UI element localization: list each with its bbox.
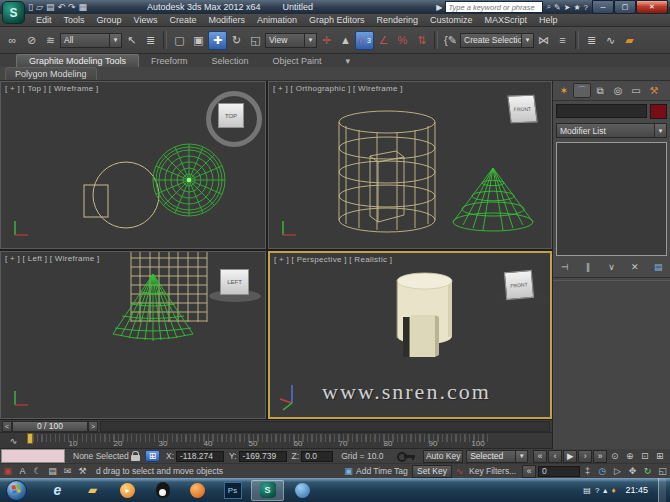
ribbon-minimize-icon[interactable]: ▾ [333, 55, 362, 67]
menu-edit[interactable]: Edit [30, 15, 58, 25]
workspace-icon[interactable]: ▦ [78, 1, 87, 13]
y-coordinate-field[interactable]: -169.739 [239, 451, 287, 462]
tray-expand-icon[interactable]: ▴ [603, 486, 607, 495]
viewport-perspective-label[interactable]: [ + ] [ Perspective ] [ Realistic ] [274, 255, 392, 264]
taskbar-ie-icon[interactable]: e [41, 480, 74, 501]
next-frame-arrow[interactable]: > [88, 421, 98, 432]
taskbar-explorer-icon[interactable]: ▰ [76, 480, 109, 501]
select-object-icon[interactable]: ↖ [122, 31, 141, 50]
menu-help[interactable]: Help [533, 15, 564, 25]
window-crossing-icon[interactable]: ▣ [189, 31, 208, 50]
curve-editor-icon[interactable]: ∿ [601, 31, 620, 50]
taskbar-media-player-icon[interactable]: ▸ [111, 480, 144, 501]
tray-keyboard-icon[interactable]: ▤ [583, 486, 591, 495]
menu-maxscript[interactable]: MAXScript [479, 15, 534, 25]
select-and-move-icon[interactable]: ✚ [208, 31, 227, 50]
display-tab-icon[interactable]: ▭ [627, 83, 645, 98]
application-menu-button[interactable]: S [2, 1, 25, 24]
align-icon[interactable]: ≡ [553, 31, 572, 50]
motion-tab-icon[interactable]: ◎ [609, 83, 627, 98]
pin-stack-icon[interactable]: ⊣ [557, 260, 573, 274]
object-color-swatch[interactable] [650, 104, 667, 119]
select-and-scale-icon[interactable]: ◱ [246, 31, 265, 50]
configure-modifier-sets-icon[interactable]: ▤ [650, 260, 666, 274]
subscription-icon[interactable]: ✎ [554, 3, 561, 12]
layer-manager-icon[interactable]: ≣ [582, 31, 601, 50]
minimize-button[interactable]: ─ [592, 0, 614, 14]
viewcube[interactable]: TOP [218, 103, 244, 128]
previous-frame-button[interactable]: ‹ [548, 450, 562, 463]
reference-coordinate-system-dropdown[interactable]: View ▾ [265, 33, 317, 48]
modifier-list-dropdown[interactable]: Modifier List ▾ [556, 123, 667, 138]
viewport-top[interactable]: [ + ] [ Top ] [ Wireframe ] [0, 81, 266, 249]
viewport-left[interactable]: [ + ] [ Left ] [ Wireframe ] [0, 251, 266, 419]
track-bar[interactable]: ∿ 10 20 30 40 50 60 70 80 90 100 [0, 433, 552, 449]
mirror-icon[interactable]: ⋈ [534, 31, 553, 50]
edit-named-selection-sets-icon[interactable]: {✎ [441, 31, 460, 50]
tab-freeform[interactable]: Freeform [139, 55, 200, 67]
show-end-result-icon[interactable]: ∥ [580, 260, 596, 274]
add-time-tag-label[interactable]: Add Time Tag [356, 466, 412, 476]
redo-icon[interactable]: ↷ [68, 1, 76, 13]
snap-toggle-3d-icon[interactable]: ∩3 [355, 31, 374, 50]
set-key-button[interactable]: Set Key [412, 465, 452, 478]
rectangular-selection-region-icon[interactable]: ▢ [170, 31, 189, 50]
close-button[interactable]: ✕ [636, 0, 668, 14]
selection-filter-dropdown[interactable]: All ▾ [60, 33, 122, 48]
render-production-icon[interactable]: ▰ [620, 31, 639, 50]
percent-snap-icon[interactable]: % [393, 31, 412, 50]
menu-group[interactable]: Group [91, 15, 128, 25]
current-frame-marker[interactable] [27, 433, 33, 444]
play-button[interactable]: ▶ [563, 450, 577, 463]
selection-lock-icon[interactable] [131, 455, 140, 461]
communication-icon[interactable]: ➤ [564, 3, 571, 12]
mini-curve-editor-icon[interactable]: ∿ [6, 434, 21, 447]
menu-modifiers[interactable]: Modifiers [202, 15, 251, 25]
taskbar-clock[interactable]: 21:45 [625, 485, 648, 495]
previous-key-button[interactable]: « [522, 465, 536, 478]
modify-tab-icon[interactable]: ⌒ [573, 83, 591, 98]
menu-animation[interactable]: Animation [251, 15, 303, 25]
menu-views[interactable]: Views [128, 15, 164, 25]
unlink-selection-icon[interactable]: ⊘ [22, 31, 41, 50]
modifier-stack-list[interactable] [556, 142, 667, 256]
tab-graphite-modeling-tools[interactable]: Graphite Modeling Tools [16, 54, 139, 67]
use-pivot-center-icon[interactable]: ▲ [336, 31, 355, 50]
tab-object-paint[interactable]: Object Paint [260, 55, 333, 67]
viewport-orthographic[interactable]: [ + ] [ Orthographic ] [ Wireframe ] [268, 81, 552, 249]
polygon-modeling-panel[interactable]: Polygon Modeling [5, 67, 97, 80]
tab-selection[interactable]: Selection [199, 55, 260, 67]
taskbar-downloader-icon[interactable] [181, 480, 214, 501]
taskbar-qq-icon[interactable] [146, 480, 179, 501]
select-and-link-icon[interactable]: ∞ [3, 31, 22, 50]
menu-graph-editors[interactable]: Graph Editors [303, 15, 371, 25]
z-coordinate-field[interactable]: 0.0 [301, 451, 333, 462]
start-button[interactable] [6, 480, 27, 501]
viewcube[interactable]: LEFT [220, 269, 249, 295]
viewcube[interactable]: FRONT [504, 270, 534, 300]
remove-modifier-icon[interactable]: ✕ [627, 260, 643, 274]
menu-rendering[interactable]: Rendering [371, 15, 425, 25]
taskbar-app-icon[interactable] [286, 480, 319, 501]
tray-qq-icon[interactable]: ♦ [611, 486, 615, 495]
help-icon[interactable]: ? [584, 3, 588, 12]
time-slider-track[interactable] [100, 421, 550, 432]
spinner-snap-icon[interactable]: ⇅ [412, 31, 431, 50]
select-and-manipulate-icon[interactable]: ✛ [317, 31, 336, 50]
create-tab-icon[interactable]: ✶ [555, 83, 573, 98]
current-frame-field[interactable]: 0 [538, 466, 580, 477]
favorites-icon[interactable]: ★ [573, 3, 580, 12]
utilities-tab-icon[interactable]: ⚒ [645, 83, 663, 98]
taskbar-photoshop-icon[interactable]: Ps [216, 480, 249, 501]
menu-create[interactable]: Create [163, 15, 202, 25]
show-desktop-button[interactable] [658, 478, 666, 502]
viewport-perspective[interactable]: [ + ] [ Perspective ] [ Realistic ] FRON… [268, 251, 552, 419]
infocenter-search-input[interactable] [445, 1, 543, 13]
time-slider-handle[interactable]: 0 / 100 [12, 421, 88, 432]
save-file-icon[interactable]: ▤ [46, 1, 55, 13]
absolute-mode-icon[interactable]: ⊞ [145, 450, 160, 462]
key-filters-label[interactable]: Key Filters... [469, 466, 521, 476]
go-to-start-button[interactable]: « [533, 450, 547, 463]
open-file-icon[interactable]: ▱ [36, 1, 43, 13]
new-file-icon[interactable]: ▯ [28, 1, 33, 13]
